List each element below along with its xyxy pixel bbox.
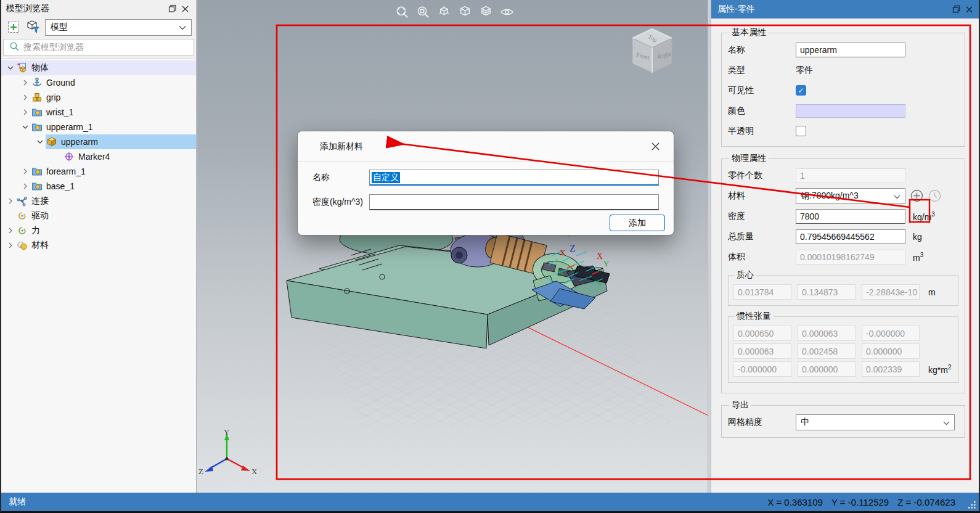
tree-item-ground[interactable]: Ground: [1, 75, 196, 90]
add-model-button[interactable]: [6, 20, 21, 35]
chevron-collapsed-icon[interactable]: [20, 183, 31, 189]
model-browser-titlebar[interactable]: 模型浏览器: [1, 0, 196, 17]
view-quad-icon[interactable]: [478, 4, 494, 20]
tree-item-label: 力: [31, 225, 40, 236]
float-panel-icon[interactable]: [166, 2, 179, 15]
marker-axis-label: Z: [570, 243, 576, 253]
filter-model-icon[interactable]: [25, 20, 41, 35]
zoom-region-icon[interactable]: [415, 4, 431, 20]
model-selector-value: 模型: [51, 22, 68, 33]
ground-anchor-icon: [31, 77, 43, 88]
add-material-dialog: 添加新材料 名称 自定义 密度(kg/m^3) 添加: [297, 131, 674, 236]
chevron-collapsed-icon[interactable]: [20, 168, 31, 174]
status-bar: 就绪 X = 0.363109 Y = -0.112529 Z = -0.074…: [1, 493, 979, 511]
model-browser-panel: 模型浏览器 模型: [1, 0, 197, 493]
density-input[interactable]: 7800: [796, 209, 905, 224]
centroid-x-value: 0.013784: [733, 284, 791, 300]
tree-item-label: base_1: [46, 181, 75, 191]
inertia-tensor-group: 惯性张量 0.000650 0.000063 -0.000000 0.00006…: [728, 311, 958, 383]
chevron-down-icon: [943, 417, 950, 427]
close-panel-icon[interactable]: [179, 2, 191, 15]
mesh-precision-dropdown[interactable]: 中: [796, 414, 955, 430]
tree-item-label: 连接: [31, 195, 49, 207]
properties-panel: 属性-零件 基本属性 名称 upperarm 类型 零件 可见性: [711, 0, 980, 493]
materials-icon: [17, 240, 28, 251]
add-material-button[interactable]: [910, 189, 923, 202]
marker-axis-label: Y: [603, 259, 610, 268]
properties-titlebar[interactable]: 属性-零件: [711, 0, 980, 18]
density-unit: kg/m3: [913, 211, 935, 222]
mass-label: 总质量: [728, 231, 796, 242]
tree-item-drives[interactable]: 驱动: [1, 208, 196, 223]
dialog-title: 添加新材料: [320, 141, 649, 152]
inertia-unit: kg*m2: [928, 364, 951, 375]
view-cube[interactable]: Top Front Right: [629, 26, 676, 76]
material-dropdown[interactable]: 钢:7800kg/m^3: [796, 188, 905, 204]
tree-item-joints[interactable]: 连接: [1, 194, 196, 208]
part-type-value: 零件: [796, 65, 813, 76]
triad-z-label: Z: [198, 467, 203, 476]
grip-boxes-icon: [31, 92, 43, 103]
chevron-collapsed-icon[interactable]: [20, 80, 31, 86]
translucent-checkbox[interactable]: ✓: [796, 126, 806, 136]
chevron-collapsed-icon[interactable]: [20, 94, 31, 101]
dialog-add-button[interactable]: 添加: [610, 215, 665, 231]
dialog-density-label: 密度(kg/m^3): [312, 197, 369, 208]
centroid-unit: m: [928, 287, 936, 297]
dialog-name-input[interactable]: 自定义: [369, 170, 659, 186]
material-label: 材料: [728, 191, 796, 202]
chevron-collapsed-icon[interactable]: [5, 228, 16, 234]
tree-item-label: Ground: [46, 78, 75, 88]
chevron-expanded-icon[interactable]: [20, 125, 31, 129]
search-icon: [9, 41, 19, 54]
model-selector-dropdown[interactable]: 模型: [45, 19, 192, 36]
chevron-collapsed-icon[interactable]: [20, 109, 31, 115]
application-window: 模型浏览器 模型: [0, 0, 980, 513]
material-value: 钢:7800kg/m^3: [801, 191, 859, 202]
inertia-tensor-legend: 惯性张量: [735, 311, 773, 322]
part-color-swatch[interactable]: [796, 104, 905, 118]
tree-item-wrist-1[interactable]: wrist_1: [1, 105, 196, 120]
view-isometric-icon[interactable]: [436, 4, 452, 20]
tree-item-materials[interactable]: 材料: [1, 238, 196, 253]
model-tree: 物体 Ground grip: [1, 59, 196, 493]
dialog-close-icon[interactable]: [649, 141, 661, 153]
inertia-value: 0.002339: [862, 361, 920, 377]
float-panel-icon[interactable]: [950, 3, 963, 15]
chevron-expanded-icon[interactable]: [5, 66, 16, 70]
chevron-collapsed-icon[interactable]: [5, 198, 16, 204]
visibility-label: 可见性: [728, 85, 796, 96]
tree-item-base-1[interactable]: base_1: [1, 179, 196, 194]
model-browser-search-input[interactable]: 搜索模型浏览器: [3, 39, 194, 55]
mass-input[interactable]: 0.79545669445562: [796, 229, 905, 244]
visibility-icon[interactable]: [499, 4, 515, 20]
dialog-density-input[interactable]: [369, 194, 659, 210]
tree-item-upperarm[interactable]: upperarm: [1, 134, 196, 149]
chevron-down-icon: [179, 22, 186, 32]
properties-title: 属性-零件: [717, 4, 950, 15]
chevron-expanded-icon[interactable]: [35, 140, 46, 144]
status-ready-text: 就绪: [9, 496, 767, 507]
tree-item-forces[interactable]: 力: [1, 223, 196, 238]
dialog-titlebar[interactable]: 添加新材料: [298, 131, 674, 162]
volume-label: 体积: [728, 252, 796, 263]
view-shaded-icon[interactable]: [457, 4, 473, 20]
inertia-value: 0.000063: [798, 326, 855, 341]
translucent-label: 半透明: [728, 126, 796, 137]
visibility-checkbox[interactable]: ✓: [796, 85, 806, 96]
basic-properties-legend: 基本属性: [729, 27, 769, 38]
part-name-input[interactable]: upperarm: [796, 43, 905, 57]
zoom-fit-icon[interactable]: [394, 4, 410, 20]
tree-item-marker4[interactable]: Marker4: [1, 149, 196, 164]
tree-item-grip[interactable]: grip: [1, 90, 196, 105]
tree-item-label: upperarm: [61, 137, 98, 147]
tree-item-objects[interactable]: 物体: [1, 60, 196, 75]
viewport-3d[interactable]: X Z X Y Y Y X Z: [197, 0, 708, 493]
tree-item-forearm-1[interactable]: forearm_1: [1, 164, 196, 179]
close-panel-icon[interactable]: [963, 3, 975, 15]
tree-item-upperarm-1[interactable]: upperarm_1: [1, 120, 196, 134]
inertia-value: 0.000000: [798, 361, 855, 377]
resize-grip-icon[interactable]: [967, 500, 977, 510]
marker-axis-label: X: [597, 252, 603, 261]
chevron-collapsed-icon[interactable]: [5, 242, 16, 248]
